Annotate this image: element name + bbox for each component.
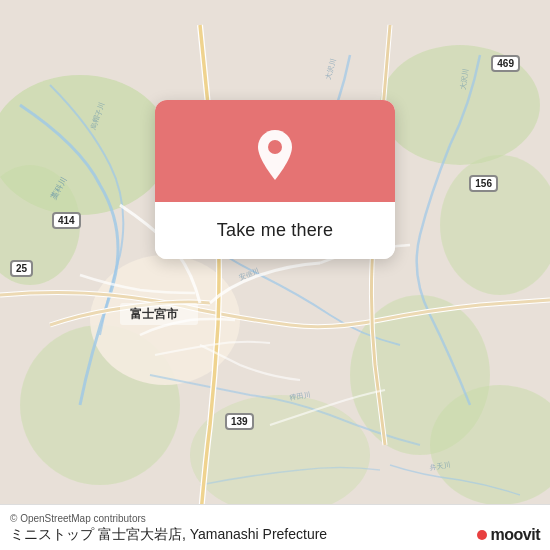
road-badge-139: 139 [225,413,254,430]
popup-bottom[interactable]: Take me there [155,202,395,259]
location-pin-icon [251,128,299,184]
osm-credit: © OpenStreetMap contributors [10,513,540,524]
svg-point-8 [190,395,370,515]
popup-top [155,100,395,202]
location-name: ミニストップ 富士宮大岩店, Yamanashi Prefecture [10,526,327,544]
map-background: 藁科川 烏帽子川 大沢川 大沢川 安倍川 稗田川 弁天川 富士宮市 [0,0,550,550]
bottom-bar: © OpenStreetMap contributors ミニストップ 富士宮大… [0,504,550,550]
moovit-dot [477,530,487,540]
svg-text:富士宮市: 富士宮市 [130,307,179,321]
moovit-logo: moovit [477,526,540,544]
road-badge-25: 25 [10,260,33,277]
map-container: 藁科川 烏帽子川 大沢川 大沢川 安倍川 稗田川 弁天川 富士宮市 414 [0,0,550,550]
take-me-there-button[interactable]: Take me there [205,216,345,245]
road-badge-156: 156 [469,175,498,192]
road-badge-469: 469 [491,55,520,72]
road-badge-414: 414 [52,212,81,229]
svg-point-19 [268,140,282,154]
moovit-text: moovit [491,526,540,544]
location-name-row: ミニストップ 富士宮大岩店, Yamanashi Prefecture moov… [10,526,540,544]
popup-card: Take me there [155,100,395,259]
